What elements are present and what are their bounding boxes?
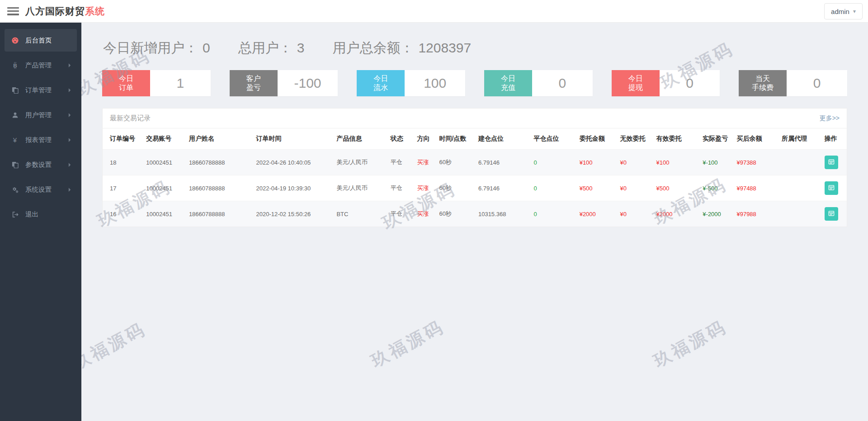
col-header-entrust-amount: 委托金额 <box>576 128 617 150</box>
col-header-time-points: 时间/点数 <box>435 128 475 150</box>
user-icon <box>10 112 20 118</box>
stat-label: 今日新增用户： <box>103 39 198 57</box>
user-menu-button[interactable]: admin ▾ <box>824 3 863 19</box>
sidebar-item-logout[interactable]: 退出 <box>5 203 77 226</box>
cell-balance-after: ¥97988 <box>733 201 778 227</box>
stat-value: 1208397 <box>418 40 471 56</box>
sidebar-item-reports[interactable]: ¥报表管理 <box>5 128 77 151</box>
caret-down-icon: ▾ <box>853 8 856 14</box>
cell-entrust-amount: ¥500 <box>576 175 617 201</box>
stat-card-label: 今日充值 <box>484 70 532 96</box>
stat-card-label: 客户盈亏 <box>230 70 278 96</box>
cell-user-name: 18660788888 <box>185 201 253 227</box>
menu-toggle-icon[interactable] <box>7 7 19 15</box>
stat-card: 客户盈亏-100 <box>230 70 338 96</box>
view-order-button[interactable] <box>825 207 838 221</box>
sidebar-item-system[interactable]: 系统设置 <box>5 178 77 201</box>
sidebar: 后台首页B产品管理订单管理用户管理¥报表管理参数设置系统设置退出 <box>0 23 81 421</box>
svg-text:B: B <box>13 62 17 68</box>
cell-close-point: 0 <box>530 150 576 175</box>
cell-entrust-amount: ¥2000 <box>576 201 617 227</box>
chevron-right-icon <box>68 113 71 118</box>
col-header-invalid-entrust: 无效委托 <box>616 128 652 150</box>
table-list-icon <box>828 159 835 166</box>
view-order-button[interactable] <box>825 156 838 169</box>
stat-cards: 今日订单1客户盈亏-100今日流水100今日充值0今日提现0当天手续费0 <box>102 70 847 96</box>
app-title-main: 八方国际财贸 <box>25 6 85 16</box>
sidebar-item-orders[interactable]: 订单管理 <box>5 79 77 101</box>
col-header-order-time: 订单时间 <box>252 128 333 150</box>
summary-stat: 总用户：3 <box>238 39 305 57</box>
cell-actions <box>821 150 847 175</box>
cell-time-points: 60秒 <box>435 201 475 227</box>
cell-product-info: BTC <box>333 201 387 227</box>
chevron-right-icon <box>68 187 71 192</box>
sidebar-item-params[interactable]: 参数设置 <box>5 153 77 176</box>
col-header-open-point: 建仓点位 <box>475 128 530 150</box>
cell-open-point: 6.79146 <box>475 175 530 201</box>
cell-user-name: 18660788888 <box>185 175 253 201</box>
chevron-right-icon <box>68 88 71 93</box>
col-header-agent: 所属代理 <box>778 128 821 150</box>
sidebar-item-users[interactable]: 用户管理 <box>5 104 77 126</box>
summary-stats: 今日新增用户：0总用户：3用户总余额：1208397 <box>103 39 847 57</box>
cell-order-id: 18 <box>103 150 142 175</box>
col-header-status: 状态 <box>387 128 414 150</box>
col-header-order-id: 订单编号 <box>103 128 142 150</box>
cell-trade-account: 10002451 <box>142 175 185 201</box>
stat-label: 总用户： <box>238 39 292 57</box>
dashboard-icon <box>10 37 20 44</box>
sidebar-item-products[interactable]: B产品管理 <box>5 54 77 76</box>
cell-actions <box>821 175 847 201</box>
sidebar-item-label: 后台首页 <box>25 36 52 45</box>
col-header-actual-pnl: 实际盈亏 <box>699 128 733 150</box>
cell-status: 平仓 <box>387 201 414 227</box>
table-list-icon <box>828 210 835 218</box>
cell-direction: 买涨 <box>413 201 435 227</box>
stat-label: 用户总余额： <box>332 39 414 57</box>
stat-card: 今日充值0 <box>484 70 593 96</box>
stat-card: 今日流水100 <box>357 70 465 96</box>
cell-open-point: 10315.368 <box>475 201 530 227</box>
settings-icon <box>10 186 20 193</box>
col-header-trade-account: 交易账号 <box>142 128 185 150</box>
sidebar-item-home[interactable]: 后台首页 <box>5 29 77 52</box>
watermark-text: 玖福源码 <box>367 315 448 373</box>
cell-order-time: 2022-04-19 10:39:30 <box>252 175 333 201</box>
chevron-right-icon <box>68 137 71 142</box>
stat-card: 当天手续费0 <box>739 70 847 96</box>
cell-valid-entrust: ¥100 <box>652 150 699 175</box>
sidebar-item-label: 报表管理 <box>25 136 52 144</box>
stat-card-value: -100 <box>278 70 338 96</box>
sidebar-item-label: 订单管理 <box>25 86 52 95</box>
app-title: 八方国际财贸系统 <box>25 5 105 18</box>
cell-invalid-entrust: ¥0 <box>616 201 652 227</box>
table-row: 1710002451186607888882022-04-19 10:39:30… <box>103 175 847 201</box>
cell-open-point: 6.79146 <box>475 150 530 175</box>
cell-actual-pnl: ¥-500 <box>699 175 733 201</box>
view-order-button[interactable] <box>825 181 838 195</box>
panel-title: 最新交易记录 <box>110 114 151 123</box>
cell-user-name: 18660788888 <box>185 150 253 175</box>
top-header: 八方国际财贸系统 admin ▾ <box>0 0 868 23</box>
table-header-row: 订单编号交易账号用户姓名订单时间产品信息状态方向时间/点数建仓点位平仓点位委托金… <box>103 128 847 150</box>
sidebar-item-label: 产品管理 <box>25 61 52 70</box>
latest-trades-panel: 最新交易记录 更多>> 订单编号交易账号用户姓名订单时间产品信息状态方向时间/点… <box>102 108 847 227</box>
cell-balance-after: ¥97488 <box>733 175 778 201</box>
cell-product-info: 美元/人民币 <box>333 175 387 201</box>
cell-balance-after: ¥97388 <box>733 150 778 175</box>
cell-product-info: 美元/人民币 <box>333 150 387 175</box>
table-row: 1810002451186607888882022-04-26 10:40:05… <box>103 150 847 175</box>
cell-agent <box>778 150 821 175</box>
sidebar-item-label: 参数设置 <box>25 161 52 169</box>
stat-card-value: 0 <box>532 70 593 96</box>
cell-trade-account: 10002451 <box>142 150 185 175</box>
more-link[interactable]: 更多>> <box>820 114 840 123</box>
stat-card-label: 今日流水 <box>357 70 405 96</box>
orders-icon <box>10 87 20 94</box>
cell-actual-pnl: ¥-2000 <box>699 201 733 227</box>
col-header-direction: 方向 <box>413 128 435 150</box>
cell-time-points: 60秒 <box>435 175 475 201</box>
cell-status: 平仓 <box>387 150 414 175</box>
cell-invalid-entrust: ¥0 <box>616 175 652 201</box>
